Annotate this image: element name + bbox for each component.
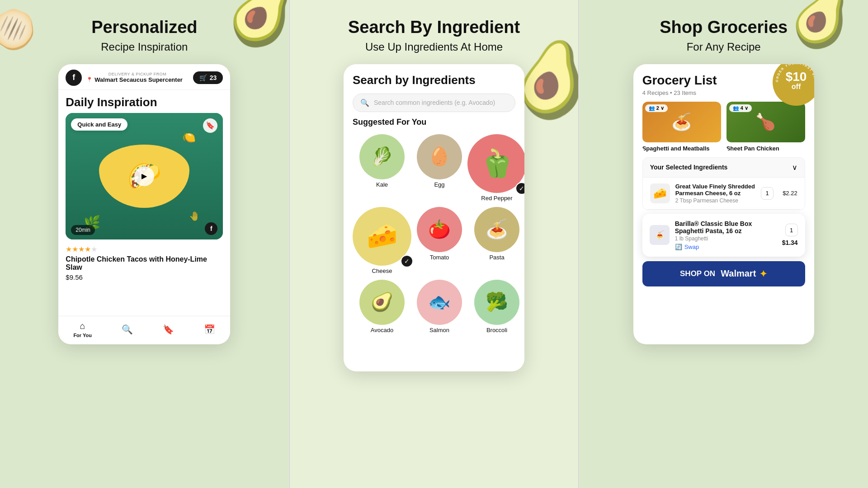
- swap-button[interactable]: 🔄 Swap: [675, 244, 777, 250]
- ingredient-salmon[interactable]: 🐟 Salmon: [417, 280, 462, 333]
- barilla-qty[interactable]: 1: [785, 224, 798, 236]
- store-label: DELIVERY & PICKUP FROM: [86, 72, 188, 76]
- ingredients-header-text: Your Selected Ingredients: [650, 164, 728, 171]
- cheese-emoji: 🧀: [367, 221, 398, 251]
- saved-icon: 🔖: [163, 324, 174, 335]
- promo-off: off: [791, 83, 801, 90]
- search-by-ingredients-title: Search by Ingredients: [353, 73, 515, 87]
- barilla-recipe-use: 1 lb Spaghetti: [675, 235, 777, 242]
- recipe-thumb-chicken[interactable]: 🍗 👥 4 ∨ Sheet Pan Chicken: [726, 102, 805, 152]
- ingredient-item-parmesan: 🧀 Great Value Finely Shredded Parmesan C…: [643, 178, 805, 210]
- search-icon: 🔍: [360, 99, 369, 107]
- panel1-title: Personalized: [91, 18, 197, 37]
- cart-button[interactable]: 🛒 23: [193, 71, 223, 84]
- cheese-check: ✓: [401, 255, 413, 267]
- panel3-title: Shop Groceries: [660, 18, 788, 37]
- pasta-circle: 🍝: [474, 207, 519, 252]
- play-button[interactable]: ▶: [134, 166, 154, 186]
- ingredient-grid: 🥬 Kale 🥚 Egg 🫑 ✓ Red Pepper: [353, 134, 515, 333]
- egg-circle: 🥚: [417, 134, 462, 179]
- ingredient-pepper[interactable]: 🫑 ✓ Red Pepper: [467, 134, 524, 202]
- kale-label: Kale: [376, 181, 388, 188]
- recipe-price: $9.56: [66, 273, 223, 281]
- chevron-down-icon: ∨: [792, 163, 797, 172]
- nav-search[interactable]: 🔍: [122, 324, 133, 335]
- daily-inspiration-title: Daily Inspiration: [58, 90, 230, 113]
- pepper-check: ✓: [515, 182, 524, 195]
- avocado-emoji: 🥑: [371, 291, 393, 313]
- parmesan-recipe-use: 2 Tbsp Parmesan Cheese: [675, 197, 755, 204]
- bookmark-button[interactable]: 🔖: [203, 118, 217, 133]
- recipe-thumb-spaghetti[interactable]: 🍝 👥 2 ∨ Spaghetti and Meatballs: [642, 102, 721, 152]
- pepper-label: Red Pepper: [481, 195, 512, 202]
- ingredient-pasta[interactable]: 🍝 Pasta: [467, 207, 524, 274]
- nav-for-you[interactable]: ⌂ For You: [73, 321, 92, 338]
- barilla-price: $1.34: [782, 239, 798, 246]
- promo-badge-container: ORDER YOUR FIRST SHOPPABLE RECIPE $10 of…: [771, 64, 814, 109]
- parmesan-qty[interactable]: 1: [761, 187, 774, 200]
- store-info: DELIVERY & PICKUP FROM 📍 Walmart Secaucu…: [86, 72, 188, 83]
- barilla-details: Barilla® Classic Blue Box Spaghetti Past…: [675, 220, 777, 250]
- ingredient-broccoli[interactable]: 🥦 Broccoli: [467, 280, 524, 333]
- tomato-label: Tomato: [430, 254, 449, 261]
- search-bar[interactable]: 🔍 Search common ingredients (e.g. Avocad…: [353, 94, 515, 112]
- tomato-emoji: 🍅: [428, 219, 451, 240]
- selected-ingredients-section: Your Selected Ingredients ∨ 🧀 Great Valu…: [642, 157, 805, 210]
- bottom-nav: ⌂ For You 🔍 🔖 📅: [58, 316, 230, 344]
- broccoli-circle: 🥦: [474, 280, 519, 325]
- swap-icon: 🔄: [675, 244, 682, 250]
- search-icon: 🔍: [122, 324, 133, 335]
- quick-easy-badge: Quick and Easy: [71, 118, 127, 131]
- suggested-section: Suggested For You 🥬 Kale 🥚 Egg: [344, 117, 524, 333]
- kale-emoji: 🥬: [371, 146, 393, 167]
- tomato-circle: 🍅: [417, 207, 462, 252]
- rating-stars: ★★★★★: [66, 245, 223, 253]
- walmart-text: Walmart: [721, 268, 756, 279]
- nav-saved[interactable]: 🔖: [163, 324, 174, 335]
- parmesan-details: Great Value Finely Shredded Parmesan Che…: [675, 183, 755, 204]
- phone-mockup-1: f DELIVERY & PICKUP FROM 📍 Walmart Secau…: [58, 64, 230, 344]
- salmon-label: Salmon: [429, 327, 449, 333]
- app-logo: f: [66, 70, 82, 86]
- egg-label: Egg: [434, 181, 444, 188]
- pasta-label: Pasta: [489, 254, 504, 261]
- people-icon: 👥: [649, 105, 655, 111]
- panel2-subtitle: Use Up Ingredients At Home: [365, 41, 503, 53]
- ingredient-cheese[interactable]: 🧀 ✓ Cheese: [353, 207, 411, 274]
- phone-header-1: f DELIVERY & PICKUP FROM 📍 Walmart Secau…: [58, 64, 230, 90]
- ingredient-tomato[interactable]: 🍅 Tomato: [417, 207, 462, 274]
- store-name: 📍 Walmart Secaucus Supercenter: [86, 76, 188, 83]
- broccoli-label: Broccoli: [486, 327, 507, 333]
- chicken-name: Sheet Pan Chicken: [726, 145, 805, 152]
- ingredient-avocado[interactable]: 🥑 Avocado: [353, 280, 411, 333]
- phone-mockup-3: ORDER YOUR FIRST SHOPPABLE RECIPE $10 of…: [633, 64, 814, 344]
- pin-icon: 📍: [86, 77, 93, 83]
- ingredient-egg[interactable]: 🥚 Egg: [417, 134, 462, 202]
- search-header: Search by Ingredients 🔍 Search common in…: [344, 64, 524, 117]
- salmon-emoji: 🐟: [428, 291, 451, 313]
- time-badge: 20min: [71, 225, 95, 235]
- recipe-thumbnails: 🍝 👥 2 ∨ Spaghetti and Meatballs 🍗 👥 4 ∨ …: [633, 102, 814, 157]
- parmesan-price: $2.22: [783, 190, 797, 197]
- suggested-title: Suggested For You: [353, 117, 515, 127]
- ingredient-kale[interactable]: 🥬 Kale: [353, 134, 411, 202]
- panel3-subtitle: For Any Recipe: [687, 41, 761, 53]
- recipe-name: Chipotle Chicken Tacos with Honey-Lime S…: [66, 255, 223, 272]
- people-icon-2: 👥: [733, 105, 739, 111]
- shop-on-walmart-button[interactable]: SHOP ON Walmart ✦: [642, 261, 805, 286]
- walmart-spark-icon: ✦: [760, 268, 767, 279]
- phone-mockup-2: Search by Ingredients 🔍 Search common in…: [344, 64, 524, 371]
- parmesan-product-name: Great Value Finely Shredded Parmesan Che…: [675, 183, 755, 197]
- pepper-emoji: 🫑: [480, 147, 514, 179]
- recipe-info: ★★★★★ Chipotle Chicken Tacos with Honey-…: [58, 239, 230, 285]
- broccoli-emoji: 🥦: [486, 291, 508, 313]
- home-icon: ⌂: [80, 321, 85, 331]
- barilla-icon-box: 🍝: [650, 225, 670, 245]
- barilla-product-name: Barilla® Classic Blue Box Spaghetti Past…: [675, 220, 777, 235]
- planner-icon: 📅: [204, 324, 215, 335]
- nav-planner[interactable]: 📅: [204, 324, 215, 335]
- panel2-title: Search By Ingredient: [348, 18, 520, 37]
- ingredients-header: Your Selected Ingredients ∨: [643, 158, 805, 178]
- recipe-card[interactable]: 🌮 🌿 🍋 🤚 Quick and Easy 🔖 ▶ 20min f: [66, 113, 223, 239]
- panel1-subtitle: Recipe Inspiration: [101, 41, 188, 53]
